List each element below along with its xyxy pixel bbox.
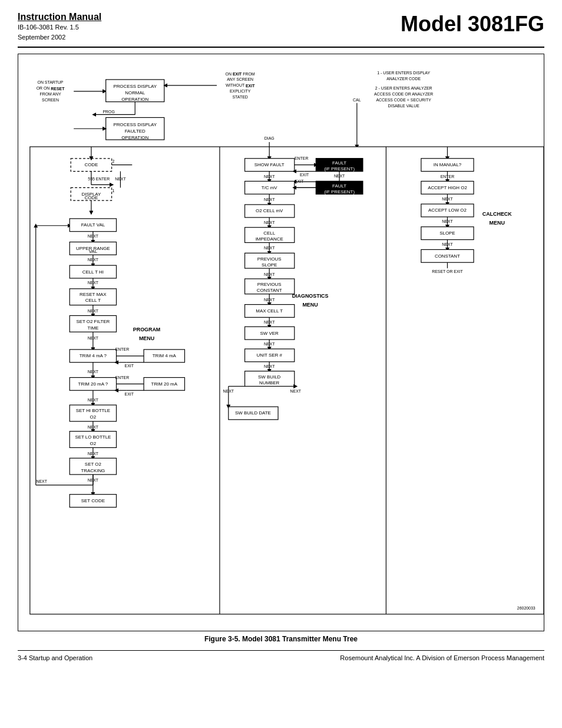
svg-text:O2: O2 <box>90 441 97 446</box>
footer-right: Rosemount Analytical Inc. A Division of … <box>340 654 544 661</box>
model-number: Model 3081FG <box>401 12 544 37</box>
svg-text:CONSTANT: CONSTANT <box>257 288 282 293</box>
svg-text:ENTER: ENTER <box>115 375 129 380</box>
svg-text:OPERATION: OPERATION <box>121 97 148 102</box>
svg-text:EXPLICITY: EXPLICITY <box>230 89 251 93</box>
svg-text:ENTER: ENTER <box>115 347 129 351</box>
svg-text:OPERATION: OPERATION <box>121 135 148 140</box>
svg-text:FAULT VAL: FAULT VAL <box>81 222 105 228</box>
svg-text:(IF PRESENT): (IF PRESENT) <box>324 166 355 172</box>
svg-text:CELL  T  HI: CELL T HI <box>82 269 104 275</box>
svg-text:DISABLE VALUE: DISABLE VALUE <box>388 104 419 108</box>
svg-text:ACCESS CODE = SECURITY: ACCESS CODE = SECURITY <box>376 98 431 102</box>
svg-text:WITHOUT EXIT: WITHOUT EXIT <box>226 83 255 87</box>
svg-text:CELL T: CELL T <box>85 298 101 303</box>
svg-text:MENU: MENU <box>490 220 505 226</box>
header: Instruction Manual IB-106-3081 Rev. 1.5 … <box>18 12 544 42</box>
svg-text:SHOW FAULT: SHOW FAULT <box>254 162 285 167</box>
svg-text:CAL: CAL <box>353 98 361 102</box>
svg-text:FAULT: FAULT <box>332 183 346 189</box>
svg-text:PROGRAM: PROGRAM <box>133 327 161 332</box>
svg-text:TRIM 20 mA ?: TRIM 20 mA ? <box>78 381 108 387</box>
header-divider <box>18 47 544 48</box>
svg-text:PROCESS DISPLAY: PROCESS DISPLAY <box>113 84 157 89</box>
svg-text:ANY SCREEN: ANY SCREEN <box>227 78 253 82</box>
page: Instruction Manual IB-106-3081 Rev. 1.5 … <box>0 0 562 728</box>
svg-text:ANALYZER CODE: ANALYZER CODE <box>386 77 421 81</box>
svg-text:NORMAL: NORMAL <box>125 90 145 95</box>
svg-text:TRIM 4 mA ?: TRIM 4 mA ? <box>80 353 107 358</box>
svg-text:SW BUILD: SW BUILD <box>258 374 281 380</box>
svg-text:PROG: PROG <box>103 110 114 114</box>
svg-text:SCREEN: SCREEN <box>42 98 59 102</box>
svg-text:EXIT: EXIT <box>300 173 309 177</box>
svg-text:NEXT: NEXT <box>290 389 302 393</box>
svg-text:SW VER: SW VER <box>260 331 279 336</box>
svg-text:CONSTANT: CONSTANT <box>435 253 460 259</box>
svg-text:MENU: MENU <box>302 302 318 308</box>
svg-text:FAULTED: FAULTED <box>125 129 146 134</box>
svg-text:ACCESS CODE OR ANALYZER: ACCESS CODE OR ANALYZER <box>374 92 433 96</box>
svg-text:SET HI BOTTLE: SET HI BOTTLE <box>76 408 110 413</box>
svg-text:SW BUILD DATE: SW BUILD DATE <box>235 410 271 416</box>
footer: 3-4 Startup and Operation Rosemount Anal… <box>18 650 544 661</box>
diagram-area: .box { fill: white; stroke: black; strok… <box>18 54 544 631</box>
svg-text:IN MANUAL?: IN MANUAL? <box>434 162 462 167</box>
manual-title: Instruction Manual <box>18 12 101 22</box>
svg-text:SLOPE: SLOPE <box>262 262 277 268</box>
svg-text:ACCEPT LOW O2: ACCEPT LOW O2 <box>428 208 467 213</box>
svg-text:1 - USER ENTERS DISPLAY: 1 - USER ENTERS DISPLAY <box>377 71 430 75</box>
svg-text:2 - USER ENTERS ANALYZER: 2 - USER ENTERS ANALYZER <box>375 86 432 90</box>
svg-text:VAL: VAL <box>89 249 98 254</box>
svg-text:SET LO BOTTLE: SET LO BOTTLE <box>75 434 111 440</box>
svg-text:EXIT: EXIT <box>125 392 134 396</box>
manual-subtitle: IB-106-3081 Rev. 1.5 September 2002 <box>18 22 101 42</box>
svg-text:NUMBER: NUMBER <box>259 380 280 386</box>
svg-text:2: 2 <box>113 159 115 163</box>
svg-text:1: 1 <box>113 189 115 193</box>
svg-text:SLOPE: SLOPE <box>439 230 455 236</box>
svg-text:RESET OR EXIT: RESET OR EXIT <box>432 269 463 274</box>
svg-text:ACCEPT HIGH O2: ACCEPT HIGH O2 <box>428 185 467 190</box>
svg-text:CELL: CELL <box>263 230 275 236</box>
figure-caption: Figure 3-5. Model 3081 Transmitter Menu … <box>18 635 544 643</box>
svg-text:PROCESS DISPLAY: PROCESS DISPLAY <box>113 122 157 127</box>
menu-tree-diagram: .box { fill: white; stroke: black; strok… <box>18 54 544 631</box>
svg-text:CALCHECK: CALCHECK <box>482 211 513 217</box>
svg-text:TRACKING: TRACKING <box>81 468 105 473</box>
footer-left: 3-4 Startup and Operation <box>18 654 92 661</box>
svg-text:ON EXIT FROM: ON EXIT FROM <box>226 72 255 76</box>
svg-text:FAULT: FAULT <box>332 160 346 166</box>
svg-text:CODE: CODE <box>84 162 98 167</box>
svg-text:CODE: CODE <box>84 195 98 200</box>
svg-text:ON STARTUP: ON STARTUP <box>38 80 64 84</box>
svg-text:PREVIOUS: PREVIOUS <box>257 282 282 287</box>
svg-text:FROM ANY: FROM ANY <box>39 92 61 96</box>
svg-text:EXIT: EXIT <box>125 364 134 368</box>
svg-text:TIME: TIME <box>87 325 98 331</box>
svg-text:SET O2: SET O2 <box>85 462 101 467</box>
svg-text:IMPEDANCE: IMPEDANCE <box>256 236 283 242</box>
svg-text:O2: O2 <box>90 414 97 420</box>
svg-text:MENU: MENU <box>139 335 154 341</box>
svg-text:DIAGNOSTICS: DIAGNOSTICS <box>292 293 329 299</box>
svg-text:UNIT SER #: UNIT SER # <box>256 353 282 358</box>
svg-text:T/C mV: T/C mV <box>262 185 278 190</box>
svg-text:DIAG: DIAG <box>265 136 275 140</box>
svg-text:SET O2 FILTER: SET O2 FILTER <box>76 319 110 324</box>
svg-text:MAX CELL  T: MAX CELL T <box>256 308 283 314</box>
svg-text:SET CODE: SET CODE <box>81 498 105 503</box>
svg-text:RESET MAX: RESET MAX <box>80 292 107 297</box>
svg-text:NEXT: NEXT <box>36 479 47 483</box>
svg-text:OR ON RESET: OR ON RESET <box>37 86 65 90</box>
header-right: Model 3081FG <box>401 12 544 37</box>
svg-text:PREVIOUS: PREVIOUS <box>257 256 282 262</box>
svg-text:TRIM 20 mA: TRIM 20 mA <box>151 381 178 387</box>
header-left: Instruction Manual IB-106-3081 Rev. 1.5 … <box>18 12 101 42</box>
svg-text:O2 CELL mV: O2 CELL mV <box>256 208 283 213</box>
svg-text:26020033: 26020033 <box>517 606 535 610</box>
svg-text:STATED: STATED <box>232 95 247 99</box>
svg-text:ENTER: ENTER <box>295 156 308 160</box>
svg-text:TRIM 4 mA: TRIM 4 mA <box>153 353 177 358</box>
svg-text:(IF PRESENT): (IF PRESENT) <box>324 189 355 195</box>
